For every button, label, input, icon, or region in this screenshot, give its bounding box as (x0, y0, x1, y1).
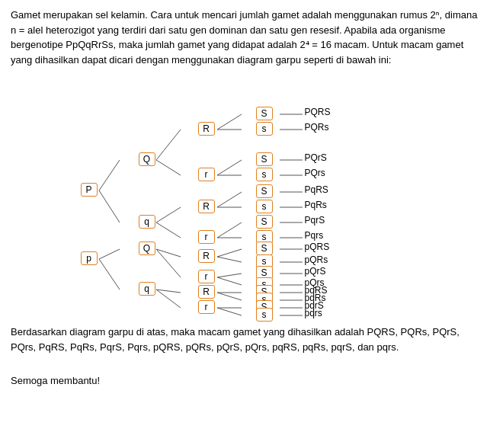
svg-line-20 (217, 249, 242, 257)
node-q1: q (139, 215, 155, 229)
node-R2: R (198, 200, 215, 213)
svg-line-0 (99, 160, 120, 190)
svg-line-27 (217, 308, 242, 315)
svg-line-25 (217, 293, 242, 300)
node-S1: S (256, 107, 273, 120)
tree-container: P p Q q Q q R r R r R r R r S s S s S s … (47, 78, 444, 314)
leaf-PQRS: PQRS (305, 107, 331, 117)
svg-line-21 (217, 257, 242, 262)
leaf-pQrS: pQrS (305, 266, 326, 277)
node-s8: s (256, 308, 273, 322)
leaf-PQrS: PQrS (305, 152, 327, 163)
svg-line-9 (156, 249, 181, 277)
node-q2: q (139, 282, 155, 296)
node-p: p (81, 251, 98, 265)
leaf-pQRs: pQRs (305, 254, 328, 265)
conclusion-paragraph: Berdasarkan diagram garpu di atas, maka … (11, 325, 479, 354)
svg-line-16 (217, 192, 242, 207)
svg-line-22 (217, 274, 242, 277)
leaf-PQRs: PQRs (305, 122, 329, 133)
svg-line-6 (156, 207, 181, 222)
svg-line-18 (217, 222, 242, 238)
svg-line-14 (217, 160, 242, 175)
svg-line-1 (99, 190, 120, 222)
node-s2: s (256, 168, 273, 181)
node-s3: s (256, 200, 273, 213)
node-r4: r (198, 300, 215, 314)
node-S2: S (256, 152, 273, 166)
tree-svg (47, 78, 444, 314)
leaf-Pqrs: Pqrs (305, 230, 324, 241)
node-S3: S (256, 184, 273, 198)
node-P: P (81, 183, 98, 197)
diagram-area: P p Q q Q q R r R r R r R r S s S s S s … (11, 78, 479, 314)
leaf-PqRS: PqRS (305, 184, 328, 195)
node-S4: S (256, 215, 273, 229)
node-R4: R (198, 285, 215, 299)
leaf-pqrs: pqrs (305, 308, 322, 318)
node-S5: S (256, 242, 273, 255)
node-r1: r (198, 168, 215, 181)
svg-line-4 (156, 130, 181, 160)
node-R1: R (198, 122, 215, 136)
leaf-PQrs: PQrs (305, 168, 325, 178)
node-r3: r (198, 270, 215, 283)
svg-line-3 (99, 259, 120, 290)
intro-paragraph: Gamet merupakan sel kelamin. Cara untuk … (11, 8, 479, 67)
svg-line-7 (156, 222, 181, 238)
node-Q2: Q (139, 242, 155, 255)
svg-line-5 (156, 160, 181, 175)
node-r2: r (198, 230, 215, 244)
node-s1: s (256, 122, 273, 136)
leaf-PqRs: PqRs (305, 200, 327, 210)
svg-line-23 (217, 277, 242, 285)
leaf-pQRS: pQRS (305, 242, 330, 252)
svg-line-2 (99, 249, 120, 259)
leaf-PqrS: PqrS (305, 215, 325, 226)
node-R3: R (198, 249, 215, 263)
semoga-text: Semoga membantu! (11, 373, 479, 389)
svg-line-12 (217, 114, 242, 130)
node-Q1: Q (139, 152, 155, 166)
